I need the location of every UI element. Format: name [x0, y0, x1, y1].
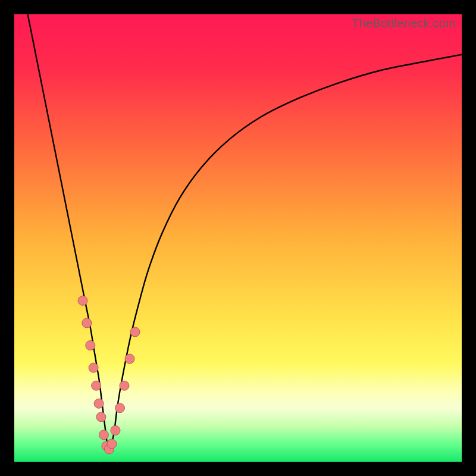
curve-marker [125, 354, 134, 364]
watermark-text: TheBottleneck.com [352, 17, 456, 30]
background-gradient [14, 14, 462, 462]
curve-marker [89, 363, 98, 372]
chart-svg [14, 14, 462, 462]
curve-marker [86, 340, 95, 350]
chart-frame: TheBottleneck.com [0, 0, 476, 476]
curve-marker [107, 439, 117, 449]
curve-marker [96, 412, 106, 422]
curve-marker [130, 327, 140, 337]
curve-marker [94, 399, 104, 408]
curve-marker [111, 425, 120, 435]
plot-area: TheBottleneck.com [14, 14, 462, 462]
curve-marker [92, 381, 101, 390]
curve-marker [115, 403, 124, 413]
curve-marker [78, 296, 87, 305]
curve-marker [99, 430, 108, 440]
curve-marker [82, 318, 92, 328]
curve-marker [120, 381, 129, 390]
